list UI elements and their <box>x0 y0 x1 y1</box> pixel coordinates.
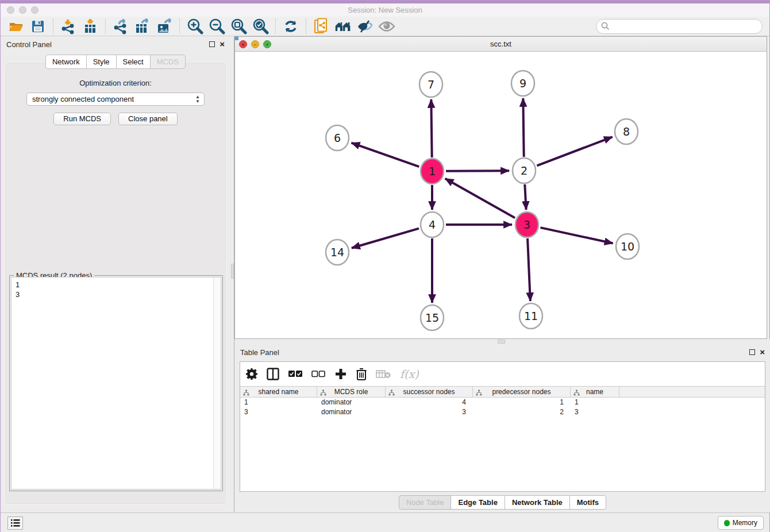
hide-graphics-details-button[interactable] <box>356 18 374 35</box>
refresh-network-view-button[interactable] <box>282 18 299 35</box>
table-cell[interactable]: 3 <box>240 407 317 417</box>
network-canvas[interactable]: 1234678910111415 <box>235 52 767 338</box>
select-all-columns-button[interactable] <box>288 366 302 382</box>
node-7[interactable]: 7 <box>419 72 442 97</box>
node-4[interactable]: 4 <box>421 212 444 237</box>
optimization-criterion-dropdown[interactable]: strongly connected component ▲▼ <box>26 92 205 106</box>
vertical-splitter[interactable] <box>230 36 234 512</box>
node-3[interactable]: 3 <box>515 212 538 237</box>
node-11[interactable]: 11 <box>519 303 542 329</box>
zoom-fit-button[interactable] <box>230 18 247 35</box>
node-label: 15 <box>425 311 439 324</box>
export-network-button[interactable] <box>112 18 129 35</box>
tab-mcds[interactable]: MCDS <box>150 55 186 69</box>
column-header-predecessor-nodes[interactable]: predecessor nodes <box>473 387 571 397</box>
node-1[interactable]: 1 <box>421 159 444 184</box>
float-panel-icon[interactable] <box>209 41 215 47</box>
edge-2-9[interactable] <box>523 98 523 157</box>
network-window-titlebar[interactable]: × − + scc.txt <box>235 37 767 52</box>
export-image-button[interactable] <box>156 18 173 35</box>
column-header-successor-nodes[interactable]: successor nodes <box>386 387 473 397</box>
edge-2-8[interactable] <box>537 137 612 165</box>
tab-style[interactable]: Style <box>86 55 117 69</box>
deselect-all-columns-button[interactable] <box>311 366 325 382</box>
close-panel-icon[interactable]: × <box>220 41 225 47</box>
splitter-handle[interactable] <box>231 264 234 279</box>
table-cell[interactable]: 2 <box>473 407 571 417</box>
table-cell[interactable]: 3 <box>571 407 619 417</box>
tab-edge-table[interactable]: Edge Table <box>451 495 505 510</box>
node-8[interactable]: 8 <box>615 119 638 144</box>
table-row[interactable]: 1dominator411 <box>240 398 765 407</box>
new-network-from-file-button[interactable] <box>313 18 330 35</box>
tab-motifs[interactable]: Motifs <box>569 495 606 510</box>
dropdown-arrows-icon: ▲▼ <box>195 95 200 104</box>
import-network-icon <box>60 18 76 34</box>
import-network-button[interactable] <box>60 18 77 35</box>
table-cell[interactable]: dominator <box>317 398 386 407</box>
horizontal-splitter[interactable] <box>234 339 770 344</box>
show-panels-button[interactable] <box>7 516 23 530</box>
show-graphics-details-button[interactable] <box>378 18 395 35</box>
tab-node-table[interactable]: Node Table <box>399 495 452 510</box>
table-cell[interactable]: dominator <box>317 407 386 417</box>
node-9[interactable]: 9 <box>511 71 534 96</box>
zoom-out-button[interactable] <box>208 18 225 35</box>
node-2[interactable]: 2 <box>513 158 536 183</box>
node-15[interactable]: 15 <box>421 305 444 330</box>
open-session-button[interactable] <box>7 18 25 35</box>
column-type-icon <box>573 390 580 396</box>
mcds-result-scrollbar[interactable] <box>213 277 221 489</box>
memory-button[interactable]: Memory <box>718 516 764 530</box>
column-header-name[interactable]: name <box>571 387 619 397</box>
table-cell[interactable]: 1 <box>240 398 317 407</box>
network-graph[interactable]: 1234678910111415 <box>235 52 767 338</box>
edge-3-10[interactable] <box>540 228 613 243</box>
column-header-shared-name[interactable]: shared name <box>240 387 317 397</box>
splitter-handle[interactable] <box>498 340 505 344</box>
export-table-icon <box>134 18 151 34</box>
close-panel-button[interactable]: Close panel <box>118 113 178 125</box>
search-field[interactable] <box>596 19 763 34</box>
node-14[interactable]: 14 <box>326 240 349 265</box>
delete-table-button[interactable] <box>376 366 391 382</box>
mcds-result-line: 3 <box>16 290 221 299</box>
apply-preferred-layout-button[interactable] <box>334 18 352 35</box>
tab-select[interactable]: Select <box>116 55 151 69</box>
delete-row-button[interactable] <box>356 366 367 382</box>
zoom-out-icon <box>208 18 225 35</box>
node-6[interactable]: 6 <box>326 125 349 151</box>
table-tabs: Node TableEdge TableNetwork TableMotifs <box>234 495 770 510</box>
tab-network-table[interactable]: Network Table <box>505 495 570 510</box>
import-table-button[interactable] <box>82 18 99 35</box>
edge-1-6[interactable] <box>352 143 419 167</box>
edge-2-3[interactable] <box>525 184 526 210</box>
edge-3-1[interactable] <box>445 179 515 218</box>
column-header-MCDS-role[interactable]: MCDS role <box>317 387 386 397</box>
tab-network[interactable]: Network <box>45 55 87 69</box>
run-mcds-button[interactable]: Run MCDS <box>53 113 111 125</box>
edge-3-11[interactable] <box>528 238 530 301</box>
zoom-selected-button[interactable] <box>252 18 269 35</box>
zoom-in-button[interactable] <box>186 18 203 35</box>
edge-1-7[interactable] <box>431 99 432 157</box>
table-settings-button[interactable] <box>246 366 257 382</box>
edge-4-14[interactable] <box>352 229 419 248</box>
add-row-button[interactable] <box>334 366 347 382</box>
table-cell[interactable]: 1 <box>571 398 619 407</box>
mcds-result-textarea[interactable]: 13 <box>11 277 221 489</box>
edge-1-2[interactable] <box>446 171 509 171</box>
table-cell[interactable]: 1 <box>473 398 571 407</box>
close-panel-icon[interactable]: × <box>760 349 765 355</box>
save-session-button[interactable] <box>29 18 47 35</box>
function-builder-button[interactable]: f(x) <box>400 366 419 382</box>
export-table-button[interactable] <box>134 18 151 35</box>
search-input[interactable] <box>610 21 762 32</box>
table-cell[interactable]: 3 <box>386 407 473 417</box>
toggle-panel-layout-button[interactable] <box>267 366 279 382</box>
column-header-label: successor nodes <box>403 388 455 396</box>
table-row[interactable]: 3dominator323 <box>240 407 765 417</box>
float-panel-icon[interactable] <box>749 349 755 355</box>
table-cell[interactable]: 4 <box>386 398 473 407</box>
node-10[interactable]: 10 <box>616 234 639 259</box>
